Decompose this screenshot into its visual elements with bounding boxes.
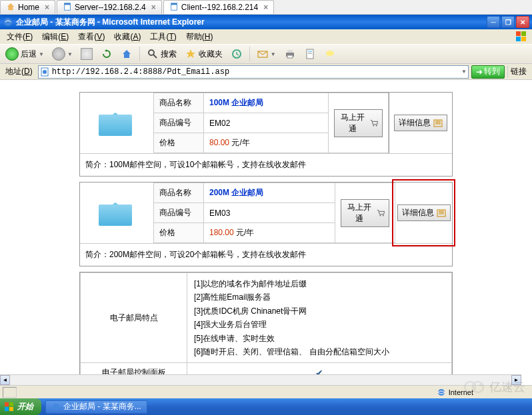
menu-favorites[interactable]: 收藏(A) bbox=[110, 30, 145, 44]
svg-rect-14 bbox=[287, 50, 293, 53]
forward-icon bbox=[52, 47, 65, 61]
list-icon bbox=[437, 209, 446, 217]
cart-icon bbox=[370, 119, 378, 127]
home-button[interactable] bbox=[118, 47, 135, 61]
go-button[interactable]: ➜ 转到 bbox=[471, 65, 505, 79]
close-button[interactable]: ✕ bbox=[516, 16, 529, 28]
buy-button[interactable]: 马上开通 bbox=[341, 199, 389, 227]
close-icon[interactable]: × bbox=[151, 3, 156, 12]
url-input[interactable] bbox=[52, 67, 459, 77]
svg-rect-15 bbox=[287, 55, 293, 58]
minimize-button[interactable]: ─ bbox=[487, 16, 500, 28]
horizontal-scrollbar[interactable]: ◄ ► bbox=[0, 374, 521, 385]
address-label: 地址(D) bbox=[3, 66, 35, 77]
refresh-button[interactable] bbox=[98, 47, 115, 61]
editor-tabs: Home × Server--192.168.2.4 × Client--192… bbox=[0, 0, 532, 15]
arrow-right-icon: ➜ bbox=[476, 67, 483, 77]
svg-rect-3 bbox=[171, 3, 177, 5]
svg-line-10 bbox=[153, 55, 157, 58]
field-label: 价格 bbox=[154, 133, 204, 153]
cart-icon bbox=[377, 209, 385, 217]
discuss-button[interactable] bbox=[321, 47, 339, 61]
product-image bbox=[80, 93, 153, 153]
tab-server[interactable]: Server--192.168.2.4 × bbox=[57, 0, 162, 14]
history-button[interactable] bbox=[228, 47, 245, 61]
close-icon[interactable]: × bbox=[263, 3, 268, 12]
window-title: 企业邮局 - 某某商务网 - Microsoft Internet Explor… bbox=[16, 17, 205, 28]
refresh-icon bbox=[101, 48, 113, 60]
svg-rect-40 bbox=[5, 407, 9, 411]
ie-icon bbox=[51, 402, 61, 412]
edit-button[interactable] bbox=[301, 47, 319, 61]
menu-edit[interactable]: 编辑(E) bbox=[38, 30, 73, 44]
ie-icon bbox=[3, 17, 16, 27]
menu-help[interactable]: 帮助(H) bbox=[182, 30, 217, 44]
menu-view[interactable]: 查看(V) bbox=[74, 30, 109, 44]
watermark: 亿速云 bbox=[463, 379, 525, 395]
windows-flag-icon bbox=[503, 30, 529, 43]
scroll-left-button[interactable]: ◄ bbox=[0, 375, 10, 385]
product-code: EM03 bbox=[204, 203, 335, 223]
start-button[interactable]: 开始 bbox=[0, 398, 41, 415]
home-icon bbox=[6, 2, 15, 13]
tab-label: Client--192.168.2.214 bbox=[181, 3, 258, 12]
menu-bar: 文件(F) 编辑(E) 查看(V) 收藏(A) 工具(T) 帮助(H) bbox=[0, 29, 532, 44]
svg-point-34 bbox=[438, 389, 445, 396]
svg-point-21 bbox=[43, 70, 47, 74]
maximize-button[interactable]: ❐ bbox=[501, 16, 515, 28]
print-button[interactable] bbox=[281, 47, 299, 61]
features-list: [1]以您的域名作为邮件地址后缀 [2]高性能Email服务器 [3]优质IDC… bbox=[187, 273, 452, 363]
page-icon bbox=[63, 2, 72, 13]
svg-rect-16 bbox=[307, 49, 313, 59]
mail-button[interactable]: ▼ bbox=[254, 47, 279, 61]
print-icon bbox=[284, 48, 296, 60]
forward-button[interactable]: ▼ bbox=[49, 46, 75, 62]
product-name-link[interactable]: 100M 企业邮局 bbox=[209, 98, 263, 107]
features-table: 电子邮局特点 [1]以您的域名作为邮件地址后缀 [2]高性能Email服务器 [… bbox=[79, 272, 453, 384]
detail-button[interactable]: 详细信息 bbox=[394, 115, 447, 131]
edit-icon bbox=[304, 48, 316, 60]
menu-tools[interactable]: 工具(T) bbox=[146, 30, 180, 44]
status-bar: Internet bbox=[0, 385, 532, 398]
windows-flag-icon bbox=[4, 402, 15, 412]
field-label: 商品名称 bbox=[154, 93, 204, 113]
product-name-link[interactable]: 200M 企业邮局 bbox=[209, 188, 263, 197]
highlighted-region: 详细信息 bbox=[392, 179, 455, 246]
search-icon bbox=[147, 48, 159, 60]
svg-point-9 bbox=[149, 50, 154, 55]
menu-file[interactable]: 文件(F) bbox=[3, 30, 37, 44]
window-titlebar: 企业邮局 - 某某商务网 - Microsoft Internet Explor… bbox=[0, 15, 532, 29]
back-icon bbox=[5, 47, 19, 61]
detail-button[interactable]: 详细信息 bbox=[397, 205, 451, 221]
field-label: 价格 bbox=[154, 223, 204, 243]
product-price: 180.00 元/年 bbox=[204, 223, 335, 243]
dropdown-icon: ▼ bbox=[39, 51, 44, 57]
product-description: 简介：200M邮件空间，可设20个邮箱帐号，支持在线收发邮件 bbox=[80, 244, 452, 266]
address-input-wrapper: ▼ bbox=[38, 65, 469, 79]
home-icon bbox=[121, 48, 133, 60]
tab-client[interactable]: Client--192.168.2.214 × bbox=[163, 0, 274, 14]
search-button[interactable]: 搜索 bbox=[144, 47, 179, 61]
svg-rect-41 bbox=[9, 407, 13, 411]
product-code: EM02 bbox=[204, 113, 329, 133]
product-image bbox=[80, 183, 153, 243]
close-icon[interactable]: × bbox=[45, 3, 49, 12]
toolbar: 后退 ▼ ▼ 搜索 收藏夹 ▼ bbox=[0, 44, 532, 64]
field-label: 商品名称 bbox=[154, 183, 204, 203]
links-label[interactable]: 链接 bbox=[507, 66, 529, 77]
svg-point-37 bbox=[479, 384, 482, 386]
tab-home[interactable]: Home × bbox=[0, 0, 55, 14]
svg-rect-38 bbox=[5, 402, 9, 406]
svg-rect-7 bbox=[516, 37, 521, 41]
list-icon bbox=[433, 119, 443, 127]
back-button[interactable]: 后退 ▼ bbox=[3, 46, 47, 62]
status-section bbox=[3, 387, 17, 398]
favorites-button[interactable]: 收藏夹 bbox=[182, 47, 225, 61]
dropdown-icon[interactable]: ▼ bbox=[461, 69, 467, 75]
taskbar-app[interactable]: 企业邮局 - 某某商务... bbox=[45, 400, 147, 414]
svg-rect-5 bbox=[516, 31, 521, 36]
product-price: 80.00 元/年 bbox=[204, 133, 329, 153]
stop-button[interactable] bbox=[78, 47, 95, 61]
buy-button[interactable]: 马上开通 bbox=[334, 109, 383, 137]
tab-label: Server--192.168.2.4 bbox=[75, 3, 146, 12]
